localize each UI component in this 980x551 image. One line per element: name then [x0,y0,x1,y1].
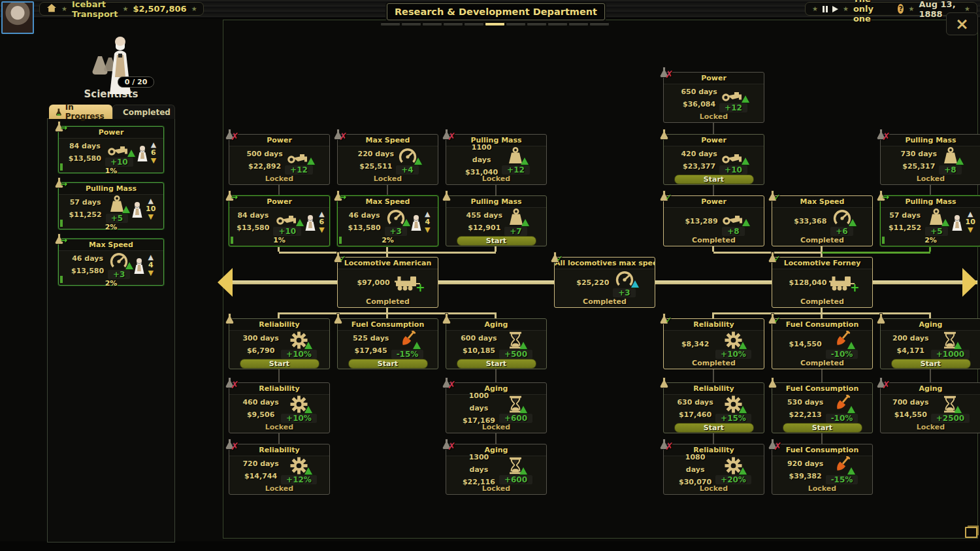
node-bonus: +600 [499,475,532,484]
start-research-button[interactable]: Start [348,359,428,369]
tech-node[interactable]: ✓ Reliability $8,342 +10% Completed [663,318,764,369]
research-card[interactable]: → Pulling Mass 57 days$11,252 +5 ▲ 10 ▼ … [58,182,164,229]
node-progress: 2% [338,236,438,246]
remove-scientist-arrow[interactable]: ▼ [968,226,973,233]
remove-scientist-arrow[interactable]: ▼ [151,157,156,164]
tech-node[interactable]: ✓ Locomotive Forney $128,040 + Completed [772,257,873,308]
tab-in-progress[interactable]: In Progress [49,105,112,119]
add-scientist-arrow[interactable]: ▲ [151,141,156,148]
tech-node[interactable]: → Max Speed 46 days$13,580 +3 ▲ 4 ▼ 2% [337,195,438,246]
player-avatar[interactable] [1,1,34,34]
flask-icon [659,376,669,389]
tech-node[interactable]: Fuel Consumption 530 days$22,213 -10% St… [772,382,873,433]
page-dash[interactable] [569,22,588,25]
tech-node[interactable]: ✓ Locomotive American $97,000 + Complete… [337,257,438,308]
tech-node[interactable]: ✗ Power 650 days$36,084 +12 Locked [663,72,764,123]
tech-node[interactable]: → Power 84 days$13,580 +10 ▲ 6 ▼ 1% [229,195,330,246]
remove-scientist-arrow[interactable]: ▼ [148,213,153,220]
tech-node[interactable]: ✗ Reliability 460 days$9,506 +10% Locked [229,382,330,433]
close-button[interactable]: × [946,12,978,35]
tech-node[interactable]: Power 420 days$23,377 +10 Start [663,134,764,185]
play-button[interactable] [832,6,838,12]
tech-node[interactable]: ✓ Fuel Consumption $14,550 -10% Complete… [772,318,873,369]
start-research-button[interactable]: Start [457,359,536,369]
tech-node[interactable]: ✗ Max Speed 220 days$25,511 +4 Locked [337,134,438,185]
node-title: All locomotives max speed [555,258,655,269]
page-dash[interactable] [423,22,442,25]
research-card[interactable]: → Max Speed 46 days$13,580 +3 ▲ 4 ▼ 2% [58,239,164,286]
bonus-up-arrow-icon [296,219,304,226]
pause-button[interactable] [823,6,828,12]
progress-sliver [60,276,63,283]
remove-scientist-arrow[interactable]: ▼ [148,269,153,276]
tech-node[interactable]: Pulling Mass 455 days$12,901 +7 Start [446,195,547,246]
start-research-button[interactable]: Start [674,175,754,184]
node-title: Reliability [664,383,764,395]
tech-node[interactable]: ✗ Aging 1000 days$17,169 +600 Locked [446,382,547,433]
remove-scientist-arrow[interactable]: ▼ [425,226,430,233]
page-dash[interactable] [548,22,567,25]
add-scientist-arrow[interactable]: ▲ [148,197,153,205]
node-status: Locked [881,175,980,184]
node-bonus: +12% [281,475,317,484]
tech-node[interactable]: → Pulling Mass 57 days$11,252 +5 ▲ 10 ▼ … [880,195,980,246]
bonus-up-arrow-icon [413,342,421,349]
page-dash[interactable] [485,22,504,25]
tech-node[interactable]: ✓ All locomotives max speed $25,220 +3 C… [554,257,655,308]
page-dash[interactable] [506,22,525,25]
tech-node[interactable]: ✗ Pulling Mass 730 days$25,317 +8 Locked [880,134,980,185]
help-icon[interactable]: ? [898,4,904,14]
journal-icon[interactable] [965,527,977,538]
research-card[interactable]: → Power 84 days$13,580 +10 ▲ 6 ▼ 1% [58,126,164,173]
remove-scientist-arrow[interactable]: ▼ [319,226,324,233]
tab-completed[interactable]: Completed [112,105,175,119]
start-research-button[interactable]: Start [783,423,862,433]
tech-node[interactable]: Aging 600 days$10,185 +500 Start [446,318,547,369]
start-research-button[interactable]: Start [457,236,536,246]
start-research-button[interactable]: Start [674,423,754,433]
page-dash[interactable] [590,22,609,25]
tech-node[interactable]: ✗ Aging 1300 days$22,116 +600 Locked [446,444,547,495]
tech-node[interactable]: Fuel Consumption 525 days$17,945 -15% St… [337,318,438,369]
tech-node[interactable]: ✗ Reliability 1080 days$30,070 +20% Lock… [663,444,764,495]
node-status: Completed [555,297,655,307]
card-days: 57 days [67,197,105,209]
page-dash[interactable] [381,22,400,25]
connector-line [821,308,823,312]
connector-line [930,185,931,195]
add-scientist-arrow[interactable]: ▲ [319,210,324,218]
scroll-right-arrow[interactable] [962,268,977,297]
tech-node[interactable]: ✗ Fuel Consumption 920 days$39,382 -15% … [772,444,873,495]
tech-node[interactable]: ✗ Reliability 720 days$14,744 +12% Locke… [229,444,330,495]
tech-node[interactable]: ✓ Max Speed $33,368 +6 Completed [772,195,873,246]
tech-node[interactable]: Aging 200 days$4,171 +1000 Start [880,318,980,369]
scientists-illustration [84,34,141,99]
start-research-button[interactable]: Start [891,359,971,369]
page-dash[interactable] [465,22,483,25]
page-dash[interactable] [402,22,421,25]
node-cost: $25,511 [357,161,395,173]
tech-node[interactable]: Reliability 630 days$17,460 +15% Start [663,382,764,433]
tech-node[interactable]: ✗ Power 500 days$22,892 +12 Locked [229,134,330,185]
page-dashes[interactable] [381,22,609,25]
bonus-up-arrow-icon [742,95,749,103]
node-status: Locked [664,112,764,122]
page-dash[interactable] [527,22,546,25]
tech-node[interactable]: ✗ Aging 700 days$14,550 +2500 Locked [880,382,980,433]
connector-line [495,185,497,195]
add-scientist-arrow[interactable]: ▲ [968,210,973,218]
connector-line [713,185,714,195]
save-name: The only one [853,0,893,24]
tech-node[interactable]: ✗ Pulling Mass 1100 days$31,040 +12 Lock… [446,134,547,185]
add-scientist-arrow[interactable]: ▲ [425,210,430,218]
node-bonus: +10% [281,350,317,359]
scroll-left-arrow[interactable] [218,268,233,297]
bonus-up-arrow-icon [127,150,135,157]
page-dash[interactable] [444,22,463,25]
bonus-up-arrow-icon [742,219,750,226]
home-icon[interactable] [46,3,57,15]
add-scientist-arrow[interactable]: ▲ [148,254,153,261]
tech-node[interactable]: ✓ Power $13,289 +8 Completed [663,195,764,246]
start-research-button[interactable]: Start [240,359,319,369]
tech-node[interactable]: Reliability 300 days$6,790 +10% Start [229,318,330,369]
